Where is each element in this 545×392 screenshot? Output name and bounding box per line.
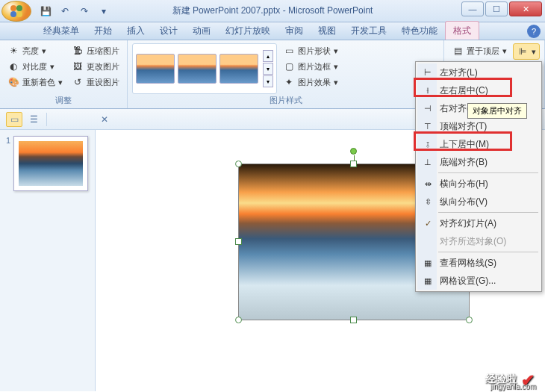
menu-align-center-v[interactable]: ⫱上下居中(M) <box>417 135 540 153</box>
tab-insert[interactable]: 插入 <box>119 22 152 40</box>
group-label-styles: 图片样式 <box>132 94 439 107</box>
help-icon: ? <box>532 27 536 36</box>
help-button[interactable]: ? <box>527 25 541 38</box>
qat-save-button[interactable]: 💾 <box>37 3 54 19</box>
tab-format[interactable]: 格式 <box>445 21 479 40</box>
grid-settings-icon: ▦ <box>420 273 435 288</box>
slide-number: 1 <box>6 136 10 191</box>
distribute-v-icon: ⇳ <box>420 194 435 209</box>
recolor-button[interactable]: 🎨重新着色 ▾ <box>4 75 66 90</box>
qat-customize-button[interactable]: ▾ <box>96 3 112 19</box>
align-center-h-icon: ⫲ <box>420 83 435 98</box>
align-bottom-icon: ⊥ <box>420 155 435 169</box>
effects-icon: ✦ <box>283 76 295 88</box>
tab-developer[interactable]: 开发工具 <box>343 22 394 40</box>
style-thumb-2[interactable] <box>178 54 217 84</box>
menu-view-gridlines[interactable]: ▦查看网格线(S) <box>417 254 540 272</box>
resize-handle-l[interactable] <box>235 238 242 245</box>
gridlines-icon: ▦ <box>420 255 435 270</box>
tab-review[interactable]: 审阅 <box>278 22 311 40</box>
gallery-more-button[interactable]: ▾ <box>263 75 273 87</box>
compress-button[interactable]: 🗜压缩图片 <box>69 43 122 58</box>
picture-effects-button[interactable]: ✦图片效果 ▾ <box>280 75 341 90</box>
qat-undo-button[interactable]: ↶ <box>57 3 73 19</box>
tab-design[interactable]: 设计 <box>152 22 185 40</box>
border-icon: ▢ <box>283 60 295 72</box>
menu-align-top[interactable]: ⊤顶端对齐(T) <box>417 117 540 135</box>
menu-align-to-slide[interactable]: ✓对齐幻灯片(A) <box>417 214 540 232</box>
reset-picture-button[interactable]: ↺重设图片 <box>69 75 122 90</box>
bring-front-button[interactable]: ▤置于顶层 ▾ <box>449 43 510 58</box>
picture-style-gallery[interactable]: ▴ ▾ ▾ <box>132 43 277 94</box>
align-left-icon: ⊢ <box>420 65 435 80</box>
brightness-button[interactable]: ☀亮度 ▾ <box>4 43 66 58</box>
resize-handle-tl[interactable] <box>235 161 242 167</box>
align-dropdown-button[interactable]: ⊫▾ <box>513 43 540 60</box>
menu-align-left[interactable]: ⊢左对齐(L) <box>417 63 540 81</box>
slides-view-button[interactable]: ▭ <box>6 112 22 127</box>
contrast-icon: ◐ <box>7 60 19 72</box>
align-right-icon: ⊣ <box>420 101 435 116</box>
close-button[interactable]: ✕ <box>509 1 542 16</box>
ribbon-tabs: 经典菜单 开始 插入 设计 动画 幻灯片放映 审阅 视图 开发工具 特色功能 格… <box>0 22 545 40</box>
svg-point-1 <box>16 5 22 11</box>
contrast-button[interactable]: ◐对比度 ▾ <box>4 59 66 74</box>
menu-align-center-h[interactable]: ⫲左右居中(C) <box>417 81 540 99</box>
thumb-image <box>19 141 83 186</box>
picture-shape-button[interactable]: ▭图片形状 ▾ <box>280 43 341 58</box>
slide-thumbnail-pane[interactable]: 1 <box>0 130 96 391</box>
tab-view[interactable]: 视图 <box>311 22 343 40</box>
tab-home[interactable]: 开始 <box>87 22 119 40</box>
gallery-up-button[interactable]: ▴ <box>263 50 273 62</box>
change-picture-button[interactable]: 🖼更改图片 <box>69 59 122 74</box>
maximize-icon: ☐ <box>493 4 500 14</box>
align-center-v-icon: ⫱ <box>420 137 435 152</box>
svg-point-2 <box>10 11 16 17</box>
thumb-frame <box>13 136 88 191</box>
maximize-button[interactable]: ☐ <box>485 1 508 16</box>
resize-handle-b[interactable] <box>350 317 357 323</box>
window-title: 新建 PowerPoint 2007.pptx - Microsoft Powe… <box>172 4 373 17</box>
tab-classic-menu[interactable]: 经典菜单 <box>36 22 87 40</box>
align-top-icon: ⊤ <box>420 119 435 134</box>
resize-handle-bl[interactable] <box>235 317 242 323</box>
gallery-scroll: ▴ ▾ ▾ <box>263 50 273 87</box>
office-button[interactable] <box>1 1 31 22</box>
style-thumb-3[interactable] <box>219 54 258 84</box>
menu-distribute-h[interactable]: ⇹横向分布(H) <box>417 175 540 193</box>
menu-separator <box>438 172 538 173</box>
tab-features[interactable]: 特色功能 <box>394 22 445 40</box>
change-icon: 🖼 <box>72 60 84 72</box>
close-pane-button[interactable]: ✕ <box>96 112 113 127</box>
tab-animation[interactable]: 动画 <box>185 22 218 40</box>
resize-handle-t[interactable] <box>350 161 357 167</box>
rotation-handle[interactable] <box>350 148 357 155</box>
recolor-icon: 🎨 <box>7 76 19 88</box>
distribute-h-icon: ⇹ <box>420 176 435 191</box>
front-icon: ▤ <box>452 45 464 57</box>
gallery-down-button[interactable]: ▾ <box>263 63 273 75</box>
style-thumb-1[interactable] <box>136 54 175 84</box>
qat-redo-button[interactable]: ↷ <box>76 3 93 19</box>
outline-view-button[interactable]: ☰ <box>25 112 42 127</box>
resize-handle-br[interactable] <box>466 317 473 323</box>
menu-align-to-selection: 对齐所选对象(O) <box>417 232 540 250</box>
tooltip-center-h: 对象居中对齐 <box>467 103 527 119</box>
tab-slideshow[interactable]: 幻灯片放映 <box>218 22 278 40</box>
redo-icon: ↷ <box>81 6 88 16</box>
quick-access-toolbar: 💾 ↶ ↷ ▾ <box>37 3 112 19</box>
minimize-button[interactable]: — <box>461 1 484 16</box>
menu-grid-settings[interactable]: ▦网格设置(G)... <box>417 272 540 290</box>
svg-point-0 <box>10 5 16 11</box>
blank-icon <box>420 234 435 249</box>
picture-border-button[interactable]: ▢图片边框 ▾ <box>280 59 341 74</box>
close-icon: ✕ <box>523 4 529 14</box>
reset-icon: ↺ <box>72 76 84 88</box>
svg-point-3 <box>16 11 22 17</box>
slide-thumb-1[interactable]: 1 <box>6 136 89 191</box>
save-icon: 💾 <box>40 6 52 16</box>
menu-distribute-v[interactable]: ⇳纵向分布(V) <box>417 193 540 211</box>
watermark-url: jingyanla.com <box>490 382 536 391</box>
menu-align-bottom[interactable]: ⊥底端对齐(B) <box>417 153 540 171</box>
align-icon: ⊫ <box>517 46 529 57</box>
